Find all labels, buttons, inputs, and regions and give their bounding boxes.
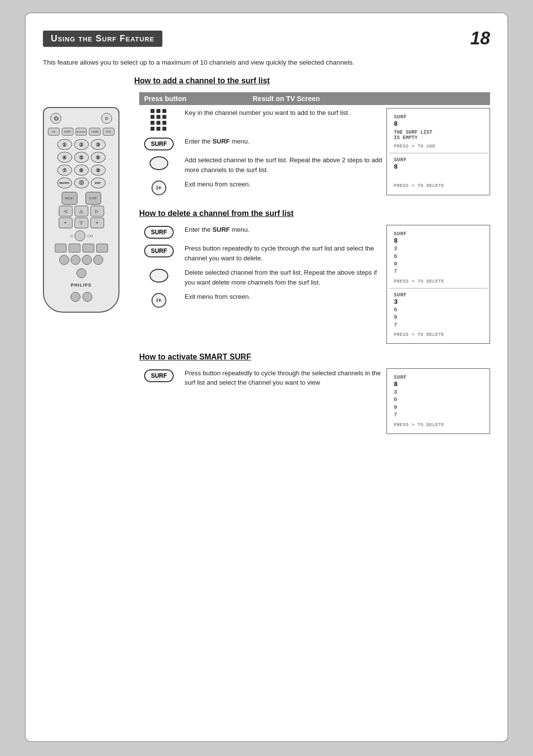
- surf-button-icon: SURF: [144, 138, 174, 150]
- step3: Add selected channel to the surf list. R…: [139, 155, 386, 175]
- remote-extra-btn2[interactable]: [69, 244, 80, 252]
- press-button-header: Press button: [139, 92, 248, 105]
- remote-num-3[interactable]: ③: [91, 139, 106, 150]
- remote-nav-top-row: MENU SURF: [62, 192, 101, 205]
- remote-extra-btn3[interactable]: [82, 244, 94, 252]
- s2-screen2-label: SURF: [394, 292, 483, 298]
- screen1-press: PRESS > TO ADD: [394, 144, 483, 149]
- remote-extra-btn4[interactable]: [96, 244, 108, 252]
- s2-step2-text: Press button repeatedly to cycle through…: [185, 244, 386, 263]
- screen1-surf-label: SURF: [394, 114, 483, 120]
- screen1-message: THE SURF LISTIS EMPTY: [394, 130, 483, 141]
- s2-screen1-press: PRESS > TO DELETE: [394, 279, 483, 284]
- remote-num-8[interactable]: ⑧: [74, 165, 89, 176]
- remote-enter-btn[interactable]: ENT: [91, 178, 106, 188]
- remote-round-btn3[interactable]: [82, 255, 92, 265]
- remote-top-row: ⏻ ⊙: [48, 113, 114, 124]
- remote-num-2[interactable]: ②: [74, 139, 89, 150]
- section2-screen2: SURF 3 697 PRESS > TO DELETE: [389, 288, 488, 341]
- remote-round-btn6[interactable]: [71, 292, 80, 302]
- result-header: Result on TV Screen: [248, 92, 490, 105]
- remote-menu-btn[interactable]: MENU: [62, 192, 77, 205]
- oval-button-icon: [150, 156, 168, 170]
- s2-step1: SURF Enter the SURF menu.: [139, 225, 386, 239]
- s2-info-btn: i+: [152, 293, 166, 308]
- step4-text: Exit menu from screen.: [185, 180, 386, 189]
- content-area: ⏻ ⊙ AV SURF INCREDIE GAME AOC ① ② ③: [43, 92, 490, 442]
- page: Using the Surf Feature 18 This feature a…: [25, 12, 508, 742]
- s2-step1-text: Enter the SURF menu.: [185, 225, 386, 235]
- remote-standby-btn[interactable]: ⊙: [101, 113, 112, 124]
- remote-round-btn5[interactable]: [76, 268, 86, 278]
- step1-text: Key in the channel number you want to ad…: [185, 108, 386, 118]
- remote-num-1[interactable]: ①: [57, 139, 72, 150]
- remote-num-4[interactable]: ④: [57, 152, 72, 163]
- section1-icon-texts: Key in the channel number you want to ad…: [139, 108, 386, 200]
- s2-screen2-list: 697: [394, 306, 483, 329]
- section1-heading: How to add a channel to the surf list: [134, 76, 490, 85]
- screen2-surf-label: SURF: [394, 157, 483, 163]
- section2-screens-group: SURF 8 3697 PRESS > TO DELETE SURF 3 697…: [386, 225, 490, 344]
- s2-oval-btn: [150, 269, 168, 283]
- step2: SURF Enter the SURF menu.: [139, 137, 386, 150]
- remote-down-btn[interactable]: ▽: [75, 217, 88, 228]
- s2-surf-btn2: SURF: [144, 245, 174, 257]
- step1-icon: [139, 108, 179, 132]
- remote-num-7[interactable]: ⑦: [57, 165, 72, 176]
- intro-text: This feature allows you to select up to …: [43, 58, 490, 68]
- section1-steps: Key in the channel number you want to ad…: [139, 108, 490, 200]
- remote-surf-nav-btn[interactable]: SURF: [85, 192, 101, 205]
- section2-screens: SURF 8 3697 PRESS > TO DELETE SURF 3 697…: [386, 225, 490, 344]
- remote-round-btn4[interactable]: [93, 255, 103, 265]
- s3-step1: SURF Press button repeatedly to cycle th…: [139, 368, 386, 388]
- section3-heading: How to activate SMART SURF: [139, 353, 490, 361]
- remote-aoc-btn[interactable]: AOC: [103, 128, 114, 136]
- remote-round-btn7[interactable]: [82, 292, 92, 302]
- s2-screen1-ch: 8: [394, 237, 483, 245]
- remote-extra-btn1[interactable]: [55, 244, 67, 252]
- remote-incredie-btn[interactable]: INCREDIE: [76, 128, 87, 136]
- s2-screen2-ch: 3: [394, 298, 483, 306]
- numpad-icon: [151, 109, 167, 132]
- remote-round-btn2[interactable]: [71, 255, 80, 265]
- remote-bottom-row: [55, 244, 108, 252]
- section1-screens: SURF 8 THE SURF LISTIS EMPTY PRESS > TO …: [386, 108, 490, 200]
- remote-ok-btn[interactable]: [75, 230, 85, 241]
- remote-surf-func-btn[interactable]: SURF: [62, 128, 74, 136]
- s2-step3-icon: [139, 268, 179, 283]
- remote-nav: MENU SURF ◁ △ ▷ + ▽ + ◁: [48, 192, 114, 241]
- remote-vol-minus-nav[interactable]: +: [59, 217, 73, 228]
- remote-left-btn[interactable]: ◁: [59, 206, 73, 216]
- s2-step3: Delete selected channel from the surf li…: [139, 268, 386, 287]
- section1-screens-group: SURF 8 THE SURF LISTIS EMPTY PRESS > TO …: [386, 108, 490, 195]
- s3-step1-text: Press button repeatedly to cycle through…: [185, 368, 386, 388]
- section2-icon-texts: SURF Enter the SURF menu. SURF Press but…: [139, 225, 386, 344]
- remote-control: ⏻ ⊙ AV SURF INCREDIE GAME AOC ① ② ③: [43, 107, 119, 313]
- remote-vol-plus-nav[interactable]: +: [90, 217, 104, 228]
- remote-right-btn[interactable]: ▷: [90, 206, 104, 216]
- page-number: 18: [470, 28, 490, 49]
- s2-step4: i+ Exit menu from screen.: [139, 292, 386, 308]
- step1: Key in the channel number you want to ad…: [139, 108, 386, 132]
- remote-game-btn[interactable]: GAME: [89, 128, 101, 136]
- remote-smart-btn[interactable]: SMART: [57, 178, 72, 188]
- section1-screen2: SURF 8 PRESS > TO DELETE: [389, 153, 488, 193]
- s2-screen1-list: 3697: [394, 245, 483, 276]
- remote-num-9[interactable]: ⑨: [91, 165, 106, 176]
- remote-av-btn[interactable]: AV: [48, 128, 60, 136]
- remote-num-6[interactable]: ⑥: [91, 152, 106, 163]
- remote-num-0[interactable]: ⓪: [74, 178, 89, 188]
- remote-power-btn[interactable]: ⏻: [50, 113, 61, 124]
- s3-step1-icon: SURF: [139, 368, 179, 382]
- s3-screen1-ch: 8: [394, 381, 483, 388]
- s2-step2: SURF Press button repeatedly to cycle th…: [139, 244, 386, 263]
- remote-up-btn[interactable]: △: [75, 206, 88, 216]
- section2-block: SURF Enter the SURF menu. SURF Press but…: [139, 225, 490, 344]
- remote-bottom-round-btns: [59, 255, 103, 265]
- remote-round-btn1[interactable]: [59, 255, 69, 265]
- remote-num-5[interactable]: ⑤: [74, 152, 89, 163]
- section1-block: Press button Result on TV Screen: [139, 92, 490, 200]
- s2-step3-text: Delete selected channel from the surf li…: [185, 268, 386, 287]
- philips-label: PHILIPS: [71, 283, 91, 288]
- remote-nav-mid-row: ◁ △ ▷: [59, 206, 104, 216]
